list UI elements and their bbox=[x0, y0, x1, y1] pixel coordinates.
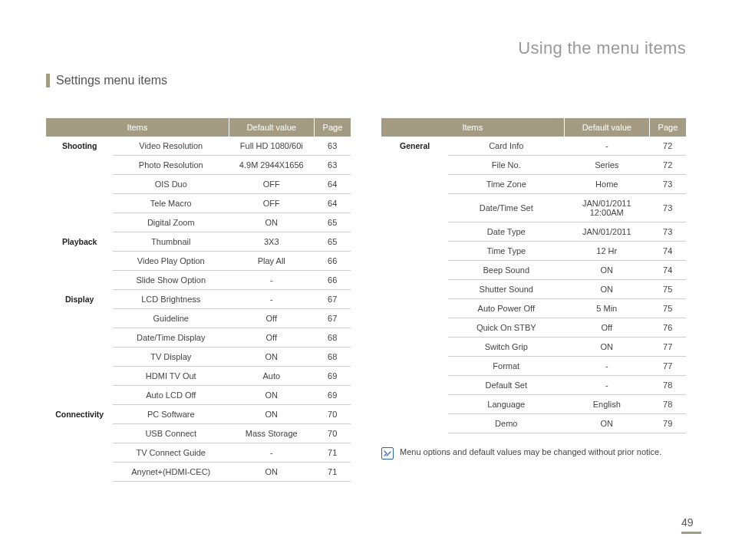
default-cell: Mass Storage bbox=[229, 424, 314, 443]
default-cell: Off bbox=[564, 318, 649, 338]
item-cell: Card Info bbox=[448, 137, 564, 156]
table-row: ConnectivityPC SoftwareON70 bbox=[46, 405, 351, 424]
page-cell: 79 bbox=[649, 414, 686, 433]
table-row: ShootingVideo ResolutionFull HD 1080/60i… bbox=[46, 137, 351, 156]
default-cell: Off bbox=[229, 309, 314, 328]
page-cell: 66 bbox=[314, 252, 351, 271]
page-cell: 71 bbox=[314, 443, 351, 463]
default-cell: JAN/01/2011 12:00AM bbox=[564, 194, 649, 222]
page-cell: 63 bbox=[314, 137, 351, 156]
item-cell: Default Set bbox=[448, 376, 564, 395]
table-row: PlaybackThumbnail3X365 bbox=[46, 232, 351, 252]
item-cell: Date/Time Display bbox=[113, 328, 229, 348]
item-cell: Digital Zoom bbox=[113, 213, 229, 232]
page-cell: 63 bbox=[314, 156, 351, 175]
page-cell: 68 bbox=[314, 348, 351, 367]
page-cell: 70 bbox=[314, 405, 351, 424]
table-row: DisplayLCD Brightness-67 bbox=[46, 290, 351, 309]
page-cell: 69 bbox=[314, 386, 351, 405]
chapter-title: Using the menu items bbox=[46, 38, 686, 58]
page-cell: 65 bbox=[314, 213, 351, 232]
default-cell: ON bbox=[229, 213, 314, 232]
default-cell: English bbox=[564, 395, 649, 414]
page-number: 49 bbox=[681, 516, 701, 537]
default-cell: - bbox=[229, 290, 314, 309]
item-cell: Time Zone bbox=[448, 175, 564, 194]
default-cell: 4.9M 2944X1656 bbox=[229, 156, 314, 175]
item-cell: Auto LCD Off bbox=[113, 386, 229, 405]
page-cell: 73 bbox=[649, 175, 686, 194]
settings-table-right: Items Default value Page GeneralCard Inf… bbox=[381, 118, 686, 433]
default-cell: Off bbox=[229, 328, 314, 348]
page-cell: 67 bbox=[314, 309, 351, 328]
item-cell: LCD Brightness bbox=[113, 290, 229, 309]
category-cell: General bbox=[381, 137, 448, 433]
default-cell: ON bbox=[229, 386, 314, 405]
category-cell: Connectivity bbox=[46, 405, 113, 482]
table-row: GeneralCard Info-72 bbox=[381, 137, 686, 156]
item-cell: Language bbox=[448, 395, 564, 414]
page-cell: 77 bbox=[649, 357, 686, 376]
item-cell: OIS Duo bbox=[113, 175, 229, 194]
item-cell: Video Resolution bbox=[113, 137, 229, 156]
header-default: Default value bbox=[564, 118, 649, 137]
page-cell: 73 bbox=[649, 194, 686, 222]
item-cell: Demo bbox=[448, 414, 564, 433]
note-text: Menu options and default values may be c… bbox=[400, 447, 661, 456]
page-cell: 78 bbox=[649, 395, 686, 414]
page-cell: 75 bbox=[649, 280, 686, 299]
category-cell: Playback bbox=[46, 232, 113, 290]
page-cell: 77 bbox=[649, 338, 686, 357]
item-cell: Switch Grip bbox=[448, 338, 564, 357]
default-cell: 12 Hr bbox=[564, 242, 649, 261]
default-cell: OFF bbox=[229, 175, 314, 194]
header-items: Items bbox=[46, 118, 229, 137]
default-cell: ON bbox=[229, 463, 314, 482]
header-items: Items bbox=[381, 118, 564, 137]
item-cell: Shutter Sound bbox=[448, 280, 564, 299]
page-cell: 70 bbox=[314, 424, 351, 443]
item-cell: Slide Show Option bbox=[113, 271, 229, 290]
page-cell: 68 bbox=[314, 328, 351, 348]
default-cell: 5 Min bbox=[564, 299, 649, 318]
page-cell: 65 bbox=[314, 232, 351, 252]
item-cell: PC Software bbox=[113, 405, 229, 424]
default-cell: ON bbox=[229, 405, 314, 424]
item-cell: Photo Resolution bbox=[113, 156, 229, 175]
default-cell: ON bbox=[564, 261, 649, 280]
default-cell: - bbox=[229, 271, 314, 290]
header-page: Page bbox=[649, 118, 686, 137]
default-cell: 3X3 bbox=[229, 232, 314, 252]
default-cell: - bbox=[564, 137, 649, 156]
header-default: Default value bbox=[229, 118, 314, 137]
page-cell: 72 bbox=[649, 156, 686, 175]
settings-table-left: Items Default value Page ShootingVideo R… bbox=[46, 118, 351, 482]
page-cell: 72 bbox=[649, 137, 686, 156]
item-cell: Auto Power Off bbox=[448, 299, 564, 318]
item-cell: Time Type bbox=[448, 242, 564, 261]
item-cell: Date/Time Set bbox=[448, 194, 564, 222]
category-cell: Display bbox=[46, 290, 113, 405]
default-cell: Play All bbox=[229, 252, 314, 271]
note: Menu options and default values may be c… bbox=[381, 447, 686, 460]
page-cell: 74 bbox=[649, 261, 686, 280]
default-cell: Full HD 1080/60i bbox=[229, 137, 314, 156]
page-cell: 74 bbox=[649, 242, 686, 261]
page-cell: 73 bbox=[649, 222, 686, 242]
item-cell: USB Connect bbox=[113, 424, 229, 443]
default-cell: ON bbox=[229, 348, 314, 367]
default-cell: ON bbox=[564, 338, 649, 357]
item-cell: File No. bbox=[448, 156, 564, 175]
default-cell: Auto bbox=[229, 367, 314, 386]
item-cell: Video Play Option bbox=[113, 252, 229, 271]
item-cell: Date Type bbox=[448, 222, 564, 242]
default-cell: Series bbox=[564, 156, 649, 175]
item-cell: Guideline bbox=[113, 309, 229, 328]
page-cell: 66 bbox=[314, 271, 351, 290]
item-cell: Thumbnail bbox=[113, 232, 229, 252]
item-cell: HDMI TV Out bbox=[113, 367, 229, 386]
header-page: Page bbox=[314, 118, 351, 137]
item-cell: Beep Sound bbox=[448, 261, 564, 280]
page-cell: 71 bbox=[314, 463, 351, 482]
item-cell: Format bbox=[448, 357, 564, 376]
